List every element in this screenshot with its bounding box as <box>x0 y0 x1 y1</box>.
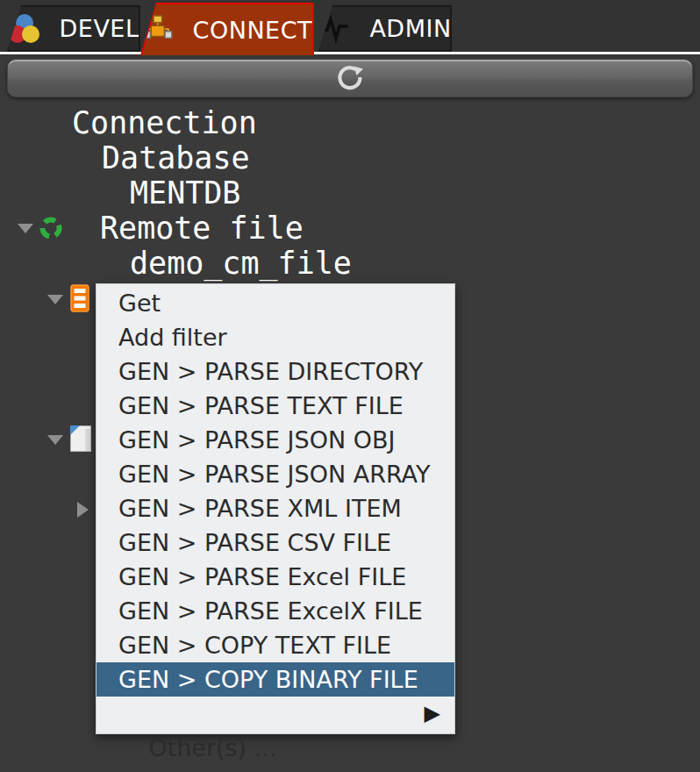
menu-item-others[interactable]: Other(s) ... ▶ <box>96 697 454 731</box>
menu-item-others-label: Other(s) ... <box>148 734 276 761</box>
menu-item-parse-json-obj[interactable]: GEN > PARSE JSON OBJ <box>96 423 454 457</box>
database-icon <box>70 284 89 312</box>
tabbar-underline <box>0 52 700 54</box>
menu-item-get[interactable]: Get <box>96 286 454 320</box>
menu-item-parse-text-file[interactable]: GEN > PARSE TEXT FILE <box>96 389 454 423</box>
menu-item-parse-xml-item[interactable]: GEN > PARSE XML ITEM <box>96 491 454 525</box>
menu-item-parse-json-array[interactable]: GEN > PARSE JSON ARRAY <box>96 457 454 491</box>
tree-label: Remote file <box>100 211 304 246</box>
menu-item-add-filter[interactable]: Add filter <box>96 320 454 354</box>
menu-item-copy-text-file[interactable]: GEN > COPY TEXT FILE <box>96 628 454 662</box>
tab-admin[interactable]: ADMIN <box>318 5 452 52</box>
palette-icon <box>9 14 40 44</box>
tab-admin-label: ADMIN <box>369 15 451 42</box>
menu-item-parse-directory[interactable]: GEN > PARSE DIRECTORY <box>96 354 454 389</box>
tree-label: MENTDB <box>130 175 240 211</box>
tree-item-demo-cm-file[interactable]: demo_cm_file <box>0 246 700 281</box>
tree-item-mentdb[interactable]: MENTDB <box>0 175 700 211</box>
tab-connect-label: CONNECT <box>193 17 312 44</box>
tab-devel-label: DEVEL <box>60 15 139 42</box>
tree-label: Connection <box>72 105 257 140</box>
tab-bar: DEVEL CONNECT ADMIN <box>0 0 700 55</box>
menu-item-copy-binary-file[interactable]: GEN > COPY BINARY FILE <box>96 662 454 697</box>
menu-item-parse-excel-file[interactable]: GEN > PARSE Excel FILE <box>96 560 454 594</box>
expander-down-icon[interactable] <box>47 295 63 304</box>
tree-label: Database <box>102 140 250 175</box>
refresh-icon <box>332 61 368 96</box>
menu-item-parse-csv-file[interactable]: GEN > PARSE CSV FILE <box>96 525 454 560</box>
submenu-arrow-icon: ▶ <box>425 697 440 731</box>
tab-devel[interactable]: DEVEL <box>7 5 140 52</box>
menu-item-parse-excelx-file[interactable]: GEN > PARSE ExcelX FILE <box>96 594 454 628</box>
tab-connect[interactable]: CONNECT <box>140 3 314 55</box>
tree-label: demo_cm_file <box>130 246 352 281</box>
tree-item-connection[interactable]: Connection <box>0 105 700 140</box>
expander-right-icon[interactable] <box>77 502 89 518</box>
pulse-icon <box>318 14 350 44</box>
tree-item-database[interactable]: Database <box>0 140 700 175</box>
context-menu: Get Add filter GEN > PARSE DIRECTORY GEN… <box>96 283 455 734</box>
tree-item-remote-file[interactable]: Remote file <box>0 211 700 246</box>
refresh-button[interactable] <box>7 59 693 97</box>
network-icon <box>142 14 174 46</box>
